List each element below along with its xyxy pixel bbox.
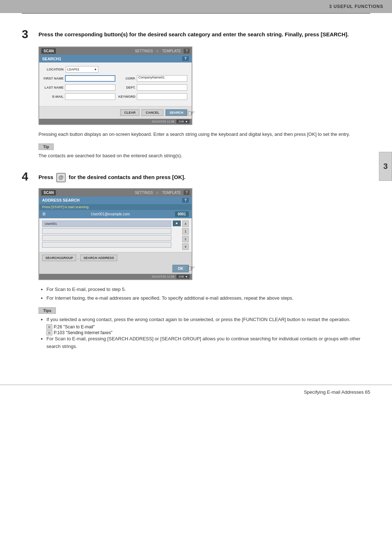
step3-screenshot: SCAN SETTINGS ☆ TEMPLATE ? SEARCH1 ? LOC… [38, 46, 192, 125]
tab-star: ☆ [156, 49, 159, 53]
firstname-input[interactable] [65, 75, 115, 82]
scan-footer: 2011/07/01 11:58 JOB ◄ [39, 119, 192, 124]
search-button[interactable]: SEARCH [166, 109, 187, 116]
email-keyword-row: E-MAIL KEYWORD [44, 93, 187, 100]
side-tab: 3 [379, 152, 392, 181]
tab-settings: SETTINGS [135, 49, 153, 53]
location-dropdown[interactable]: LDAP01 ▼ [66, 66, 98, 73]
dept-input[interactable] [137, 84, 187, 91]
bullet-item-1: For Scan to E-mail, proceed to step 5. [46, 286, 370, 293]
dot-separator: . [78, 256, 79, 260]
tips-bullet-1: If you selected a wrong contact, press t… [46, 316, 370, 335]
tips-label: Tips [38, 307, 56, 314]
lastname-label: LAST NAME [44, 86, 64, 89]
addr-sub-text: Press [START] to start scanning. [39, 204, 192, 210]
cursor-hand-icon-2: ☞ [187, 263, 195, 274]
tab-q: ? [184, 49, 189, 53]
addr-ok-row: OK [39, 263, 192, 274]
addr-footer-time: 2011/07/01 11:58 [152, 275, 174, 278]
addr-tab-star: ☆ [156, 191, 159, 195]
addr-footer-job: JOB ◄ [176, 275, 189, 279]
email-col: E-MAIL [44, 93, 115, 100]
keyword-col: KEYWORD [115, 93, 187, 100]
side-tab-number: 3 [383, 162, 388, 171]
addr-scan-label: SCAN [41, 190, 56, 195]
clear-button[interactable]: CLEAR [120, 109, 139, 116]
addr-list-item-3[interactable] [42, 235, 171, 241]
ok-button[interactable]: OK [172, 265, 189, 272]
addr-header-q: ? [182, 198, 189, 203]
scan-label: SCAN [41, 48, 56, 54]
scroll-mid2-btn[interactable]: 1 [182, 236, 189, 242]
addr-header-bar: ADDRESS SEARCH ? [39, 197, 192, 204]
footer-text: Specifying E-mail Addresses 65 [304, 389, 370, 395]
step4-heading: 4 Press @ for the desired contacts and t… [22, 171, 370, 182]
step4-number: 4 [22, 171, 33, 182]
scroll-up-btn[interactable]: ∧ [182, 220, 189, 227]
keyword-label: KEYWORD [115, 95, 135, 98]
addr-list-area: User001 ■ ∧ 1 1 ∨ [39, 218, 192, 252]
ref-icon-2: ⊞ [46, 330, 52, 335]
step4-text-before: Press [38, 174, 53, 180]
step3-number: 3 [22, 28, 33, 40]
step3-description: Pressing each button displays an on-scre… [38, 131, 370, 138]
addr-tab-settings: SETTINGS [135, 191, 153, 195]
search-title: SEARCH1 [42, 57, 61, 61]
scroll-down-btn[interactable]: ∨ [182, 243, 189, 250]
addr-list-item-2[interactable] [42, 228, 171, 234]
header-title: 3 USEFUL FUNCTIONS [329, 4, 383, 9]
corp-input[interactable]: CompanyName01 [137, 75, 187, 82]
firstname-label: FIRST NAME [44, 77, 64, 80]
addr-right-col: ■ [173, 220, 181, 250]
tips-box: Tips If you selected a wrong contact, pr… [38, 307, 370, 350]
addr-list: User001 [42, 220, 171, 250]
step4-text: Press @ for the desired contacts and the… [38, 171, 185, 182]
email-label: E-MAIL [44, 95, 64, 98]
addr-list-item-1[interactable]: User001 [42, 220, 171, 227]
addr-header-title: ADDRESS SEARCH [42, 198, 79, 202]
scroll-mid1-btn[interactable]: 1 [182, 228, 189, 235]
lastname-input[interactable] [65, 84, 115, 91]
bullet-item-2: For Internet faxing, the e-mail addresse… [46, 295, 370, 302]
addr-list-item-4[interactable] [42, 242, 171, 248]
corp-value: CompanyName01 [138, 76, 165, 79]
scan-inner: SEARCH1 ? LOCATION LDAP01 ▼ [39, 55, 192, 119]
location-value: LDAP01 [67, 68, 79, 71]
addr-mini-btn[interactable]: ■ [173, 220, 181, 226]
addr-selected-row: 🖹 User001@example.com 0001 [39, 210, 192, 218]
search-body: LOCATION LDAP01 ▼ FIRST NAME CO [39, 62, 192, 106]
dropdown-arrow: ▼ [94, 68, 97, 71]
addr-search-ui: SCAN SETTINGS ☆ TEMPLATE ? ADDRESS SEARC… [39, 189, 192, 279]
cursor-hand-icon: ☞ [187, 108, 195, 118]
tab-template: TEMPLATE [162, 49, 181, 53]
keyword-input[interactable] [137, 93, 187, 100]
addr-scroll: ∧ 1 1 ∨ [182, 220, 189, 250]
tip-text: The contacts are searched for based on t… [38, 152, 370, 160]
addr-tab-q: ? [184, 190, 189, 195]
step4-icon: @ [56, 173, 66, 182]
step3-text: Press the corresponding button(s) for th… [38, 28, 349, 39]
tip-box: Tip The contacts are searched for based … [38, 143, 370, 160]
addr-footer: 2011/07/01 11:58 JOB ◄ [39, 274, 192, 279]
ref-text-2: P.103 "Sending Internet faxes" [54, 330, 113, 335]
dept-col: DEPT. [115, 84, 187, 91]
cancel-button[interactable]: CANCEL [142, 109, 163, 116]
tip-label: Tip [38, 143, 54, 150]
lastname-dept-row: LAST NAME DEPT. [44, 84, 187, 91]
footer-bar: Specifying E-mail Addresses 65 [0, 385, 392, 399]
search-addr-btn[interactable]: SEARCH ADDRESS [80, 255, 117, 261]
footer-time: 2011/07/01 11:58 [152, 120, 174, 123]
location-row: LOCATION LDAP01 ▼ [44, 66, 187, 73]
corp-label: CORP. [115, 77, 135, 80]
lastname-col: LAST NAME [44, 84, 115, 91]
search-q-btn: ? [182, 56, 189, 61]
step4-screenshot: SCAN SETTINGS ☆ TEMPLATE ? ADDRESS SEARC… [38, 188, 192, 280]
addr-count: 0001 [175, 211, 189, 217]
scan-topbar: SCAN SETTINGS ☆ TEMPLATE ? [39, 47, 192, 55]
location-label: LOCATION [44, 68, 64, 71]
email-input[interactable] [65, 93, 115, 100]
search-group-btn[interactable]: SEARCH1GROUP [42, 255, 76, 261]
header-bar: 3 USEFUL FUNCTIONS [0, 0, 392, 13]
search-header: SEARCH1 ? [39, 55, 192, 62]
footer-job: JOB ◄ [176, 119, 189, 123]
